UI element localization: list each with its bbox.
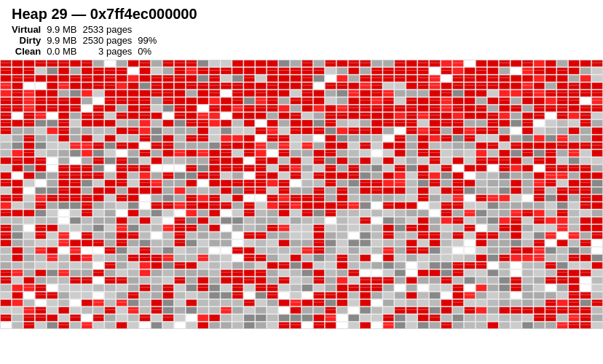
stat-label: Clean (12, 46, 41, 57)
stat-value: 9.9 MB (47, 35, 76, 46)
stat-label: Virtual (12, 24, 41, 35)
page-title: Heap 29 — 0x7ff4ec000000 (12, 6, 591, 23)
stat-pages: 3 pages (82, 46, 132, 57)
stat-value: 9.9 MB (47, 24, 76, 35)
stat-pages: 2530 pages (82, 35, 132, 46)
stats-grid: Virtual9.9 MB2533 pagesDirty9.9 MB2530 p… (12, 24, 157, 57)
stat-label: Dirty (12, 35, 41, 46)
header: Heap 29 — 0x7ff4ec000000 Virtual9.9 MB25… (0, 0, 603, 60)
heap-map (0, 60, 603, 329)
stat-pct: 0% (138, 46, 157, 57)
stat-value: 0.0 MB (47, 46, 76, 57)
stat-pct (138, 24, 157, 35)
stat-pct: 99% (138, 35, 157, 46)
stat-pages: 2533 pages (82, 24, 132, 35)
